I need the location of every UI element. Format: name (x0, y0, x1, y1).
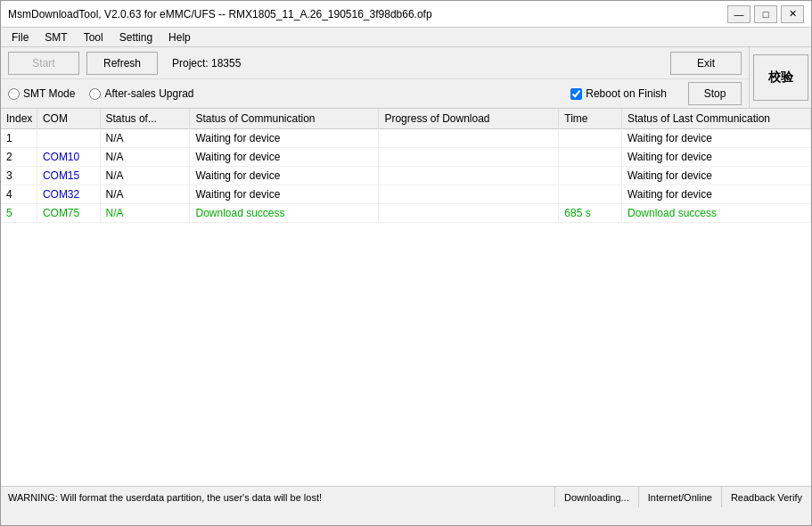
status-warning: WARNING: Will format the userdata partit… (1, 492, 554, 503)
table-row: 4COM32N/AWaiting for deviceWaiting for d… (1, 185, 811, 204)
col-header-time: Time (559, 109, 622, 129)
stop-button[interactable]: Stop (688, 82, 742, 105)
table-area: Index COM Status of... Status of Communi… (1, 109, 811, 486)
table-cell (379, 129, 559, 148)
reboot-checkbox[interactable] (570, 88, 582, 100)
menu-file[interactable]: File (4, 29, 36, 45)
table-cell: Waiting for device (621, 167, 810, 185)
table-cell: COM32 (37, 185, 100, 204)
table-body: 1N/AWaiting for deviceWaiting for device… (1, 129, 811, 223)
table-cell: 5 (1, 204, 37, 223)
table-cell: COM10 (37, 148, 100, 167)
table-cell (559, 148, 622, 167)
table-cell: Waiting for device (621, 185, 810, 204)
table-cell: Waiting for device (621, 148, 810, 167)
menu-help[interactable]: Help (161, 29, 198, 45)
col-header-last-comm: Status of Last Communication (621, 109, 810, 129)
col-header-index: Index (1, 109, 37, 129)
toolbar-row1: Start Refresh Project: 18355 Exit (1, 47, 749, 79)
title-text: MsmDownloadTool, V2.0.63 for eMMC/UFS --… (8, 8, 432, 21)
table-cell: 685 s (559, 204, 622, 223)
smt-mode-label: SMT Mode (23, 87, 75, 100)
reboot-checkbox-group: Reboot on Finish (570, 87, 667, 100)
smt-mode-radio[interactable] (8, 88, 20, 100)
table-cell (379, 204, 559, 223)
toolbar-area: Start Refresh Project: 18355 Exit SMT Mo… (1, 47, 811, 109)
table-cell: 4 (1, 185, 37, 204)
col-header-status-comm: Status of... (100, 109, 190, 129)
title-controls: — □ ✕ (727, 5, 804, 23)
reboot-label: Reboot on Finish (586, 87, 667, 100)
after-sales-radio-group: After-sales Upgrad (89, 87, 193, 100)
table-cell: N/A (100, 129, 190, 148)
table-cell: Download success (621, 204, 810, 223)
table-row: 1N/AWaiting for deviceWaiting for device (1, 129, 811, 148)
menu-setting[interactable]: Setting (112, 29, 160, 45)
table-cell (559, 129, 622, 148)
table-cell: 2 (1, 148, 37, 167)
table-cell: COM15 (37, 167, 100, 185)
table-row: 2COM10N/AWaiting for deviceWaiting for d… (1, 148, 811, 167)
start-button[interactable]: Start (8, 52, 79, 75)
table-cell: 3 (1, 167, 37, 185)
project-label: Project: 18355 (172, 57, 241, 70)
table-cell: Waiting for device (190, 129, 379, 148)
table-header-row: Index COM Status of... Status of Communi… (1, 109, 811, 129)
table-cell: N/A (100, 148, 190, 167)
status-readback: Readback Verify (721, 487, 811, 507)
col-header-com: COM (37, 109, 100, 129)
table-cell (37, 129, 100, 148)
status-downloading: Downloading... (554, 487, 638, 507)
table-cell: Waiting for device (190, 148, 379, 167)
col-header-progress: Progress of Download (379, 109, 559, 129)
refresh-button[interactable]: Refresh (86, 52, 158, 75)
table-cell: N/A (100, 167, 190, 185)
table-cell (559, 185, 622, 204)
table-cell: Download success (190, 204, 379, 223)
after-sales-label: After-sales Upgrad (104, 87, 193, 100)
menu-tool[interactable]: Tool (77, 29, 111, 45)
table-cell: 1 (1, 129, 37, 148)
toolbar-row2: SMT Mode After-sales Upgrad Reboot on Fi… (1, 79, 749, 108)
menu-smt[interactable]: SMT (37, 29, 74, 45)
close-button[interactable]: ✕ (781, 5, 804, 23)
main-content: File SMT Tool Setting Help Start Refresh… (1, 28, 811, 507)
table-cell: Waiting for device (190, 167, 379, 185)
status-internet: Internet/Online (638, 487, 721, 507)
menu-bar: File SMT Tool Setting Help (1, 28, 811, 47)
download-table: Index COM Status of... Status of Communi… (1, 109, 811, 223)
table-cell: N/A (100, 185, 190, 204)
table-cell: N/A (100, 204, 190, 223)
table-cell (379, 185, 559, 204)
table-row: 5COM75N/ADownload success685 sDownload s… (1, 204, 811, 223)
table-cell: COM75 (37, 204, 100, 223)
verify-button[interactable]: 校验 (753, 54, 808, 101)
table-cell: Waiting for device (621, 129, 810, 148)
table-cell: Waiting for device (190, 185, 379, 204)
title-bar: MsmDownloadTool, V2.0.63 for eMMC/UFS --… (1, 1, 811, 28)
col-header-status-detail: Status of Communication (190, 109, 379, 129)
table-cell (559, 167, 622, 185)
table-cell (379, 148, 559, 167)
verify-area: 校验 (749, 47, 811, 108)
toolbar-left: Start Refresh Project: 18355 Exit SMT Mo… (1, 47, 749, 108)
status-bar: WARNING: Will format the userdata partit… (1, 486, 811, 507)
after-sales-radio[interactable] (89, 88, 101, 100)
minimize-button[interactable]: — (727, 5, 750, 23)
maximize-button[interactable]: □ (754, 5, 777, 23)
smt-mode-radio-group: SMT Mode (8, 87, 75, 100)
exit-button[interactable]: Exit (670, 52, 742, 75)
table-row: 3COM15N/AWaiting for deviceWaiting for d… (1, 167, 811, 185)
table-cell (379, 167, 559, 185)
